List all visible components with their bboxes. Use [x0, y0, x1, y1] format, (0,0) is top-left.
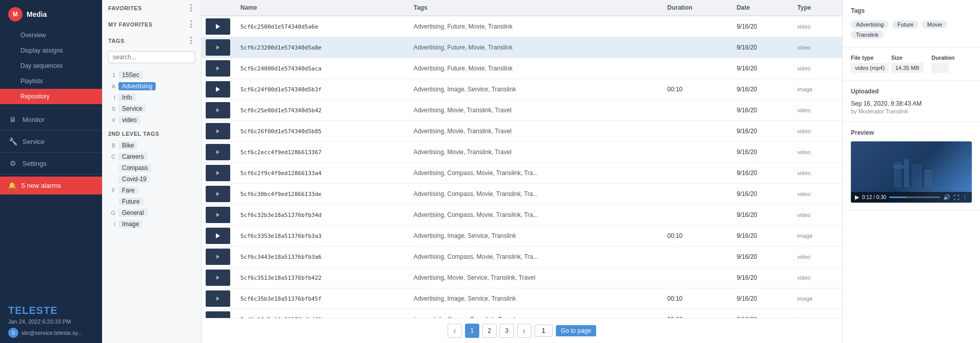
- alarms-button[interactable]: 🔔 5 new alarms: [0, 177, 102, 194]
- play-icon[interactable]: ▶: [855, 194, 859, 201]
- fullscreen-icon[interactable]: ⛶: [953, 194, 959, 201]
- right-tags-list: Advertising Future Movie Translink: [851, 19, 972, 40]
- tag-item-future[interactable]: Future: [108, 196, 195, 207]
- cell-thumb: [202, 247, 234, 267]
- right-tag-movie[interactable]: Movie: [922, 20, 947, 29]
- cell-type: image: [791, 309, 842, 318]
- page-number-input[interactable]: [534, 325, 553, 337]
- table-row[interactable]: 5cf6c3353e18a51376bfb3a3Advertising, Ima…: [202, 226, 842, 247]
- table-row[interactable]: 5cf6c26f00d1e574340d5b85Advertising, Mov…: [202, 121, 842, 142]
- next-page-btn[interactable]: ›: [517, 324, 531, 338]
- tags-menu-btn[interactable]: ⋮: [187, 37, 195, 45]
- cell-date: 9/16/20: [730, 205, 791, 226]
- play-btn[interactable]: [216, 192, 219, 196]
- sidebar-item-settings[interactable]: ⚙ Settings: [0, 155, 102, 172]
- sidebar-divider-3: [0, 152, 102, 153]
- sidebar-item-playlists[interactable]: Playlists: [0, 74, 102, 89]
- sidebar-item-overview[interactable]: Overview: [0, 28, 102, 43]
- my-favorites-menu-btn[interactable]: ⋮: [187, 20, 195, 29]
- play-btn[interactable]: [216, 255, 219, 259]
- tag-item-advertising[interactable]: A Advertising: [108, 81, 195, 92]
- play-btn[interactable]: [216, 297, 219, 301]
- col-tags[interactable]: Tags: [407, 0, 661, 16]
- cell-duration: [661, 163, 730, 184]
- tag-item-image[interactable]: I Image: [108, 218, 195, 230]
- table-row[interactable]: 5cf6c2500d1e574340d5a6eAdvertising, Futu…: [202, 16, 842, 37]
- service-label: Service: [22, 138, 44, 145]
- second-tags-list: B Bike C Careers Compass Covid-19 F Fare…: [102, 138, 201, 232]
- play-btn[interactable]: [216, 45, 219, 50]
- tag-item-bike[interactable]: B Bike: [108, 140, 195, 151]
- tag-item-15sec[interactable]: 1 15Sec: [108, 69, 195, 81]
- col-duration[interactable]: Duration: [661, 0, 730, 16]
- sidebar-item-monitor[interactable]: 🖥 Monitor: [0, 111, 102, 128]
- right-tag-advertising[interactable]: Advertising: [851, 20, 889, 29]
- filetype-value: video (mp4): [851, 63, 889, 73]
- thumbnail: [206, 228, 230, 244]
- preview-progress-bar[interactable]: [889, 197, 940, 198]
- go-to-page-btn[interactable]: Go to page: [556, 325, 596, 336]
- cell-thumb: [202, 288, 234, 309]
- right-tag-future[interactable]: Future: [892, 20, 919, 29]
- table-row[interactable]: 5cf6c32b3e18a51376bfb34dAdvertising, Com…: [202, 205, 842, 226]
- tags-list: 1 15Sec A Advertising I Info S Service V…: [102, 67, 201, 128]
- prev-page-btn[interactable]: ‹: [448, 324, 462, 338]
- media-table: Name Tags Duration Date Type 5cf6c2500d1…: [202, 0, 842, 318]
- tag-item-general[interactable]: G General: [108, 207, 195, 218]
- tag-item-video[interactable]: V video: [108, 114, 195, 126]
- col-type[interactable]: Type: [791, 0, 842, 16]
- play-btn[interactable]: [216, 24, 220, 29]
- volume-icon[interactable]: 🔊: [943, 194, 950, 201]
- play-btn[interactable]: [216, 108, 219, 112]
- table-row[interactable]: 5cf6c30bc4f9ed12866133deAdvertising, Com…: [202, 184, 842, 205]
- sidebar-item-repository[interactable]: Repository: [0, 89, 102, 104]
- page-btn-1[interactable]: 1: [465, 324, 479, 338]
- play-btn[interactable]: [216, 66, 219, 70]
- pagination: ‹ 1 2 3 › Go to page: [202, 318, 842, 343]
- table-row[interactable]: 5cf6c35b3e18a51376bfb45fAdvertising, Ima…: [202, 288, 842, 309]
- col-date[interactable]: Date: [730, 0, 791, 16]
- right-tag-translink[interactable]: Translink: [851, 31, 884, 39]
- play-btn[interactable]: [216, 150, 219, 154]
- alarm-icon: 🔔: [8, 182, 16, 189]
- play-btn[interactable]: [216, 213, 219, 217]
- play-btn[interactable]: [216, 87, 220, 92]
- cell-type: video: [791, 184, 842, 205]
- cell-thumb: [202, 100, 234, 121]
- tag-item-info[interactable]: I Info: [108, 92, 195, 103]
- tag-item-covid[interactable]: Covid-19: [108, 174, 195, 185]
- sidebar-item-day-sequences[interactable]: Day sequences: [0, 58, 102, 74]
- sidebar-divider-4: [0, 174, 102, 175]
- play-btn[interactable]: [216, 233, 220, 238]
- table-row[interactable]: 5cf6c36d3e18a51376bfb462Image, Info, Sec…: [202, 309, 842, 318]
- tag-search-input[interactable]: [108, 51, 195, 63]
- sidebar-item-service[interactable]: 🔧 Service: [0, 133, 102, 150]
- play-btn[interactable]: [216, 276, 219, 280]
- col-name[interactable]: Name: [234, 0, 407, 16]
- table-row[interactable]: 5cf6c3443e18a51376bfb3a6Advertising, Com…: [202, 247, 842, 267]
- play-btn[interactable]: [216, 129, 219, 133]
- play-btn[interactable]: [216, 317, 219, 318]
- cell-thumb: [202, 16, 234, 37]
- tag-item-fare[interactable]: F Fare: [108, 185, 195, 196]
- table-row[interactable]: 5cf6c24000d1e574340d5acaAdvertising, Fut…: [202, 58, 842, 79]
- page-btn-3[interactable]: 3: [500, 324, 514, 338]
- tag-item-compass[interactable]: Compass: [108, 162, 195, 174]
- tag-item-careers[interactable]: C Careers: [108, 151, 195, 162]
- sidebar-item-display-assigns[interactable]: Display assigns: [0, 43, 102, 58]
- more-icon[interactable]: ⋮: [962, 194, 968, 201]
- favorites-menu-btn[interactable]: ⋮: [187, 4, 195, 12]
- cell-tags: Advertising, Movie, Service, Translink, …: [407, 267, 661, 288]
- preview-controls: ▶ 0:12 / 0:30 🔊 ⛶ ⋮: [851, 192, 972, 203]
- play-btn[interactable]: [216, 171, 219, 175]
- table-row[interactable]: 5cf6c24f00d1e574340d5b3fAdvertising, Ima…: [202, 79, 842, 100]
- table-row[interactable]: 5cf6c2ecc4f9ed1286613367Advertising, Mov…: [202, 142, 842, 163]
- page-btn-2[interactable]: 2: [482, 324, 497, 338]
- table-row[interactable]: 5cf6c2f9c4f9ed12866133a4Advertising, Com…: [202, 163, 842, 184]
- day-sequences-label: Day sequences: [20, 62, 63, 69]
- table-row[interactable]: 5cf6c23200d1e574340d5a8eAdvertising, Fut…: [202, 37, 842, 58]
- table-row[interactable]: 5cf6c25e00d1e574340d5b42Advertising, Mov…: [202, 100, 842, 121]
- table-row[interactable]: 5cf6c3513e18a51376bfb422Advertising, Mov…: [202, 267, 842, 288]
- tag-item-service[interactable]: S Service: [108, 103, 195, 114]
- favorites-title: FAVORITES: [108, 5, 142, 11]
